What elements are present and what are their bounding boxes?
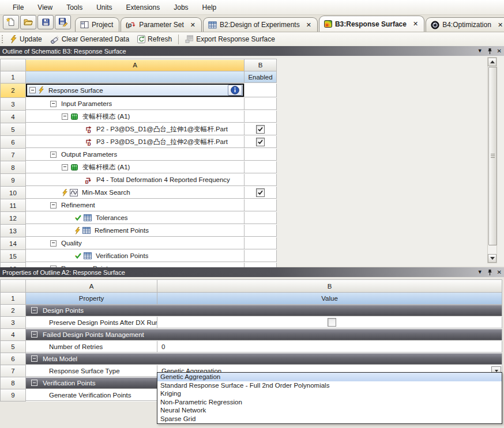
checkbox-checked[interactable] xyxy=(256,125,265,134)
tab-b3-response-surface[interactable]: B3:Response Surface✕ xyxy=(319,16,424,32)
clear-generated-data-button[interactable]: Clear Generated Data xyxy=(46,34,133,45)
open-folder-button[interactable] xyxy=(20,15,36,29)
outline-row-verification-points[interactable]: Verification Points xyxy=(26,250,245,262)
checkbox-unchecked[interactable] xyxy=(328,318,336,327)
save-button[interactable] xyxy=(37,15,54,29)
tab-close-icon[interactable]: ✕ xyxy=(190,21,195,29)
scroll-down-button[interactable] xyxy=(488,254,497,263)
group-header-meta-model[interactable]: Meta Model xyxy=(26,353,502,365)
outline-vertical-scrollbar[interactable] xyxy=(487,57,497,263)
outline-enabled-cell xyxy=(245,136,277,148)
group-header-failed-design-points-management[interactable]: Failed Design Points Management xyxy=(26,329,502,340)
doe-table-icon xyxy=(208,21,217,29)
tab-close-icon[interactable]: ✕ xyxy=(306,21,311,29)
outline-row-number: 12 xyxy=(1,212,26,225)
group-header-design-points[interactable]: Design Points xyxy=(26,305,502,316)
properties-panel-close-button[interactable]: ✕ xyxy=(497,270,502,275)
collapse-toggle-icon[interactable] xyxy=(31,331,37,338)
checkbox-checked[interactable] xyxy=(256,138,265,146)
outline-panel-collapse-arrow-button[interactable]: ▼ xyxy=(477,48,483,54)
dropdown-option-kriging[interactable]: Kriging xyxy=(157,389,502,398)
indent-spacer xyxy=(26,104,50,104)
refresh-button[interactable]: Refresh xyxy=(133,34,176,44)
export-response-surface-button[interactable]: Export Response Surface xyxy=(181,34,279,44)
checkbox-checked[interactable] xyxy=(256,188,265,197)
properties-panel-title: Properties of Outline A2: Response Surfa… xyxy=(2,269,125,276)
outline-row-output-parameters[interactable]: Output Parameters xyxy=(26,149,245,161)
collapse-toggle-icon[interactable] xyxy=(31,307,37,313)
tab-b2-design-of-experiments[interactable]: B2:Design of Experiments✕ xyxy=(203,17,318,32)
tab-parameter-set[interactable]: (pParameter Set✕ xyxy=(121,17,202,32)
menu-help[interactable]: Help xyxy=(195,2,224,13)
model-icon xyxy=(70,113,78,120)
outline-column-b-header[interactable]: B xyxy=(245,59,277,71)
collapse-toggle-icon[interactable] xyxy=(50,101,57,107)
outline-row-a1[interactable]: 变幅杆模态 (A1) xyxy=(26,161,245,173)
update-button[interactable]: Update xyxy=(6,34,46,44)
new-file-button[interactable] xyxy=(3,15,19,29)
save-as-icon xyxy=(58,17,67,26)
menu-tools[interactable]: Tools xyxy=(59,2,89,13)
outline-row-p4-total-deformation-4-reported-frequency[interactable]: pP4 - Total Deformation 4 Reported Frequ… xyxy=(26,174,245,186)
menu-jobs[interactable]: Jobs xyxy=(167,2,195,13)
outline-row-refinement-points[interactable]: Refinement Points xyxy=(26,225,245,237)
outline-row-response-surface[interactable]: Response Surface xyxy=(26,84,245,97)
menu-file[interactable]: File xyxy=(6,2,31,13)
outline-enabled-cell xyxy=(245,98,277,110)
menu-units[interactable]: Units xyxy=(89,2,119,13)
tab-close-icon[interactable]: ✕ xyxy=(413,20,418,28)
properties-panel-pin-button[interactable] xyxy=(487,269,492,276)
outline-row-a1[interactable]: 变幅杆模态 (A1) xyxy=(26,111,245,123)
outline-panel: Outline of Schematic B3: Response Surfac… xyxy=(0,46,504,266)
arrow-down-icon xyxy=(490,257,495,260)
outline-column-a-header[interactable]: A xyxy=(26,59,245,71)
collapse-toggle-icon[interactable] xyxy=(62,113,68,120)
outline-row-refinement[interactable]: Refinement xyxy=(26,199,245,211)
tab-project[interactable]: Project xyxy=(75,17,119,32)
info-button[interactable] xyxy=(228,85,242,96)
new-file-icon xyxy=(6,17,16,26)
outline-row-quality[interactable]: Quality xyxy=(26,237,245,249)
properties-column-a-header[interactable]: A xyxy=(26,280,157,293)
menu-extensions[interactable]: Extensions xyxy=(119,2,167,13)
collapse-toggle-icon[interactable] xyxy=(50,202,57,209)
outline-row-p3-p3-ds-d1-2-part[interactable]: pP3 - P3@DS_D1@凸台_拉伸2@变幅杆.Part xyxy=(26,136,245,148)
dropdown-option-sparse-grid[interactable]: Sparse Grid xyxy=(157,415,502,423)
collapse-toggle-icon[interactable] xyxy=(29,87,36,93)
outline-row-input-parameters[interactable]: Input Parameters xyxy=(26,98,245,110)
outline-row-min-max-search[interactable]: Min-Max Search xyxy=(26,187,245,199)
svg-text:(p: (p xyxy=(126,21,132,28)
collapse-toggle-icon[interactable] xyxy=(31,380,37,386)
outline-body: A B 1Enabled2Response Surface3Input Para… xyxy=(0,56,504,266)
save-as-button[interactable] xyxy=(55,15,71,29)
toolbar-drag-handle[interactable] xyxy=(1,35,3,44)
properties-panel-collapse-arrow-button[interactable]: ▼ xyxy=(477,270,483,275)
collapse-toggle-icon[interactable] xyxy=(62,164,68,171)
tab-b4-optimization[interactable]: B4:Optimization✕ xyxy=(426,17,504,32)
outline-row-label: Min-Max Search xyxy=(82,189,130,196)
outline-enabled-cell xyxy=(245,123,277,135)
collapse-toggle-icon[interactable] xyxy=(50,151,57,158)
outline-panel-close-button[interactable]: ✕ xyxy=(497,48,502,54)
outline-enabled-cell xyxy=(245,84,277,97)
tab-label: B3:Response Surface xyxy=(335,20,407,28)
tab-close-icon[interactable]: ✕ xyxy=(498,21,503,29)
dropdown-option-standard-response-surface-full-2nd-order-polynomials[interactable]: Standard Response Surface - Full 2nd Ord… xyxy=(157,381,502,390)
outline-row-tolerances[interactable]: Tolerances xyxy=(26,212,245,224)
outline-enabled-cell xyxy=(245,187,277,199)
outline-row-label: Tolerances xyxy=(96,214,128,221)
menu-bar: FileViewToolsUnitsExtensionsJobsHelp xyxy=(0,0,504,15)
menu-view[interactable]: View xyxy=(31,2,59,13)
outline-panel-pin-button[interactable] xyxy=(487,48,492,55)
property-value-preserve-design-points-after-dx-run[interactable] xyxy=(157,317,502,328)
collapse-toggle-icon[interactable] xyxy=(50,240,57,247)
dropdown-option-non-parametric-regression[interactable]: Non-Parametric Regression xyxy=(157,398,502,407)
dropdown-option-neural-network[interactable]: Neural Network xyxy=(157,406,502,415)
dropdown-option-genetic-aggregation[interactable]: Genetic Aggregation xyxy=(157,373,502,381)
property-value-number-of-retries[interactable]: 0 xyxy=(157,341,502,353)
properties-column-b-header[interactable]: B xyxy=(157,280,502,293)
outline-row-p2-p3-ds-d1-1-part[interactable]: pP2 - P3@DS_D1@凸台_拉伸1@变幅杆.Part xyxy=(26,123,245,135)
scroll-up-button[interactable] xyxy=(488,58,497,66)
collapse-toggle-icon[interactable] xyxy=(31,355,37,362)
scrollbar-thumb[interactable] xyxy=(488,67,497,245)
